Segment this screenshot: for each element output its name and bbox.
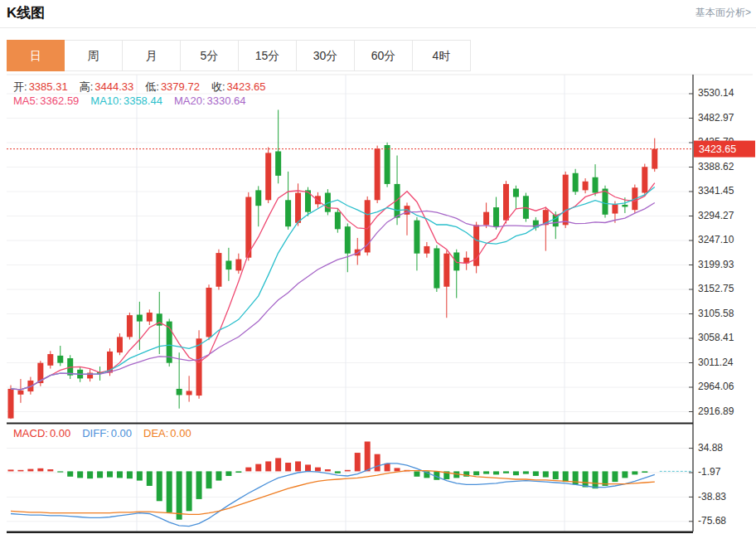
- macd-axis: 34.88-1.97-38.83-75.68: [689, 442, 726, 527]
- svg-text:2916.89: 2916.89: [698, 405, 734, 417]
- svg-text:3199.93: 3199.93: [698, 259, 734, 270]
- legend-label: 高:: [80, 80, 94, 93]
- ohlclegend-item: 高:3444.33: [80, 80, 134, 93]
- svg-text:3152.75: 3152.75: [698, 283, 734, 294]
- malegend-item: MA10:3358.44: [90, 95, 162, 107]
- svg-text:-1.97: -1.97: [698, 466, 721, 478]
- svg-text:3530.14: 3530.14: [698, 87, 734, 99]
- legend-label: DEA:: [143, 427, 168, 439]
- legend-label: 开:: [13, 80, 27, 93]
- svg-text:-75.68: -75.68: [698, 515, 726, 527]
- legend-label: MA10:: [90, 95, 122, 107]
- svg-text:2964.06: 2964.06: [698, 381, 734, 392]
- legend-value: 3362.59: [40, 95, 79, 107]
- svg-text:-38.83: -38.83: [698, 491, 726, 502]
- legend-value: 0.00: [50, 427, 70, 439]
- ohlclegend-item: 收:3423.65: [211, 80, 266, 93]
- ma-legend: MA5:3362.59MA10:3358.44MA20:3330.64: [13, 95, 258, 107]
- price-axis: 3530.143482.973435.793388.623341.453294.…: [689, 75, 755, 532]
- malegend-item: MA20:3330.64: [174, 95, 246, 107]
- legend-label: MA20:: [174, 95, 206, 107]
- svg-text:3105.58: 3105.58: [698, 308, 734, 319]
- svg-text:3482.97: 3482.97: [698, 112, 734, 124]
- svg-text:3388.62: 3388.62: [698, 161, 734, 172]
- svg-text:34.88: 34.88: [698, 442, 723, 454]
- svg-text:3058.41: 3058.41: [698, 332, 734, 343]
- legend-label: MA5:: [13, 95, 38, 107]
- price-tag: 3423.65: [694, 141, 755, 158]
- macdlegend-item: MACD:0.00: [13, 427, 70, 439]
- legend-label: MACD:: [13, 427, 48, 439]
- legend-value: 3385.31: [29, 80, 68, 93]
- macdlegend-item: DEA:0.00: [143, 427, 191, 439]
- panel-borders: [7, 424, 693, 532]
- ohlclegend-item: 低:3379.72: [145, 80, 200, 93]
- malegend-item: MA5:3362.59: [13, 95, 79, 107]
- legend-value: 3330.64: [207, 95, 246, 107]
- svg-text:3011.24: 3011.24: [698, 357, 734, 368]
- svg-text:3294.27: 3294.27: [698, 210, 734, 221]
- legend-label: 低:: [145, 80, 159, 93]
- legend-value: 0.00: [111, 427, 132, 439]
- svg-text:3247.10: 3247.10: [698, 234, 734, 245]
- legend-value: 3444.33: [94, 80, 133, 93]
- ohlclegend-item: 开:3385.31: [13, 80, 68, 93]
- ohlc-legend: 开:3385.31高:3444.33低:3379.72收:3423.65: [13, 80, 278, 95]
- kline-page: 3530.143482.973435.793388.623341.453294.…: [0, 0, 756, 534]
- macdlegend-item: DIFF:0.00: [82, 427, 132, 439]
- svg-text:3341.45: 3341.45: [698, 185, 734, 197]
- legend-value: 0.00: [170, 427, 191, 439]
- svg-text:3423.65: 3423.65: [699, 143, 736, 155]
- legend-label: DIFF:: [82, 427, 109, 439]
- macd-legend: MACD:0.00DIFF:0.00DEA:0.00: [13, 427, 203, 439]
- legend-value: 3423.65: [227, 80, 266, 93]
- legend-label: 收:: [211, 80, 225, 93]
- legend-value: 3358.44: [124, 95, 162, 107]
- legend-value: 3379.72: [161, 80, 200, 93]
